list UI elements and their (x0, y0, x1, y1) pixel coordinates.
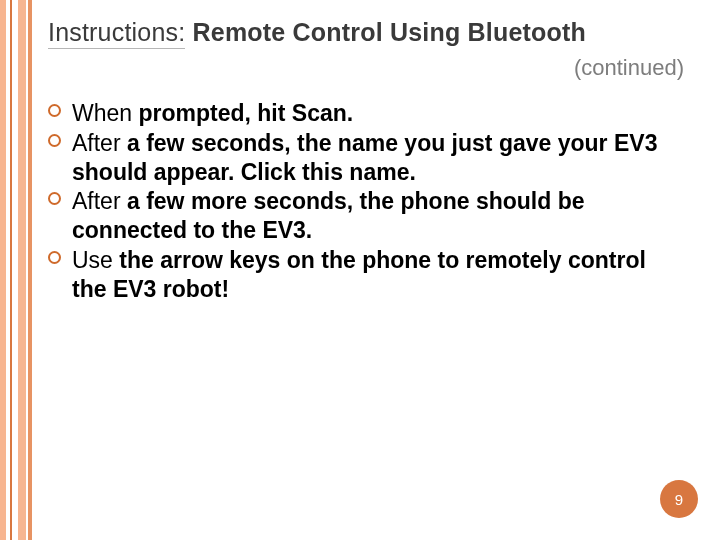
bullet-pre: Use (72, 247, 119, 273)
bullet-list: When prompted, hit Scan. After a few sec… (48, 99, 690, 303)
list-item: When prompted, hit Scan. (48, 99, 670, 128)
title-main: Remote Control Using Bluetooth (185, 18, 586, 46)
page-number-badge: 9 (660, 480, 698, 518)
slide-title: Instructions: Remote Control Using Bluet… (48, 18, 690, 51)
bullet-pre: After (72, 130, 127, 156)
list-item: After a few seconds, the name you just g… (48, 129, 670, 187)
bullet-pre: When (72, 100, 138, 126)
bullet-icon (48, 104, 61, 117)
bullet-icon (48, 134, 61, 147)
bullet-bold: the arrow keys on the phone to remotely … (72, 247, 646, 302)
continued-label: (continued) (48, 55, 690, 81)
list-item: Use the arrow keys on the phone to remot… (48, 246, 670, 304)
list-item: After a few more seconds, the phone shou… (48, 187, 670, 245)
page-number: 9 (675, 491, 683, 508)
bullet-icon (48, 251, 61, 264)
bullet-bold: prompted, hit Scan. (138, 100, 353, 126)
slide-content: Instructions: Remote Control Using Bluet… (48, 18, 690, 304)
bullet-pre: After (72, 188, 127, 214)
title-prefix: Instructions: (48, 18, 185, 49)
bullet-icon (48, 192, 61, 205)
left-accent-stripes (0, 0, 32, 540)
bullet-bold: a few seconds, the name you just gave yo… (72, 130, 657, 185)
bullet-bold: a few more seconds, the phone should be … (72, 188, 585, 243)
